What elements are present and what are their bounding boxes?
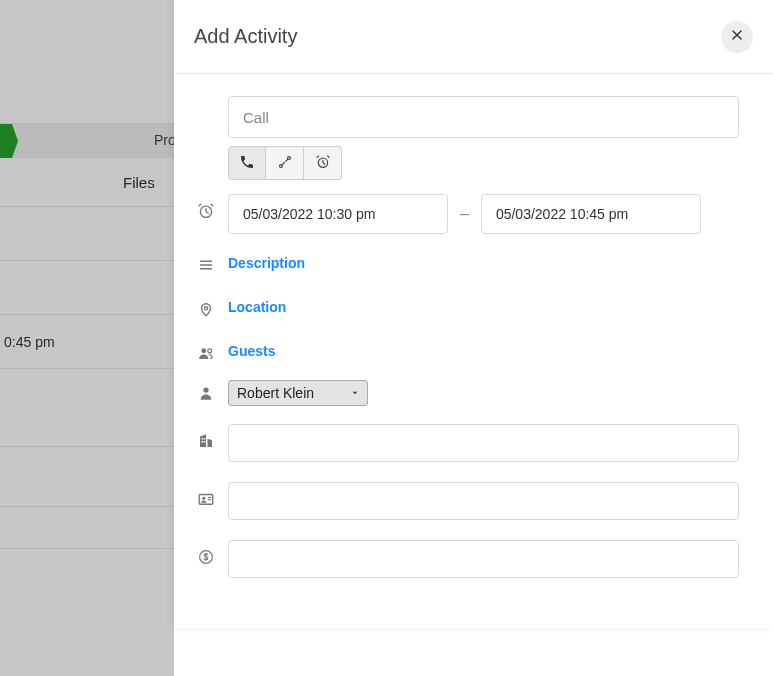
bg-time-label: 0:45 pm (4, 334, 55, 350)
list-icon (184, 248, 228, 274)
description-link[interactable]: Description (228, 255, 305, 271)
owner-row: Robert Klein (184, 380, 739, 406)
organization-input[interactable] (228, 424, 739, 462)
pin-icon (184, 292, 228, 318)
guests-row: Guests (184, 336, 739, 366)
page-root: Pro Files 0:45 pm Add Activity (0, 0, 773, 676)
activity-name-row (184, 96, 739, 180)
date-separator: – (460, 205, 469, 223)
stage-done-indicator (0, 124, 18, 158)
activity-name-input[interactable] (228, 96, 739, 138)
building-icon (184, 424, 228, 450)
date-row: – (184, 194, 739, 234)
activity-type-meeting[interactable] (266, 146, 304, 180)
panel-header: Add Activity (174, 0, 773, 74)
svg-point-10 (201, 348, 206, 353)
description-row: Description (184, 248, 739, 278)
svg-rect-13 (202, 438, 204, 440)
svg-point-12 (203, 387, 208, 392)
alarm-icon (315, 154, 331, 173)
location-link[interactable]: Location (228, 299, 286, 315)
svg-rect-14 (202, 441, 204, 443)
svg-rect-15 (204, 438, 206, 440)
end-datetime-input[interactable] (481, 194, 701, 234)
owner-content: Robert Klein (228, 380, 739, 406)
bg-stage-label: Pro (154, 132, 176, 148)
contact-row (184, 482, 739, 520)
card-icon (184, 482, 228, 508)
person-icon (184, 380, 228, 402)
add-activity-panel: Add Activity (174, 0, 773, 628)
svg-rect-16 (204, 441, 206, 443)
deal-row (184, 540, 739, 578)
location-row: Location (184, 292, 739, 322)
owner-select[interactable]: Robert Klein (228, 380, 368, 406)
panel-body: – Description Location (174, 74, 773, 606)
row-icon-spacer (184, 96, 228, 104)
svg-point-11 (208, 349, 212, 353)
activity-type-call[interactable] (228, 146, 266, 180)
guests-link[interactable]: Guests (228, 343, 275, 359)
deal-input[interactable] (228, 540, 739, 578)
route-icon (277, 154, 293, 173)
dollar-icon (184, 540, 228, 566)
svg-point-18 (202, 497, 205, 500)
clock-icon (184, 194, 228, 220)
activity-type-buttons (228, 146, 739, 180)
start-datetime-input[interactable] (228, 194, 448, 234)
activity-name-content (228, 96, 739, 180)
tab-files[interactable]: Files (123, 174, 155, 191)
owner-select-wrap: Robert Klein (228, 380, 368, 406)
organization-row (184, 424, 739, 462)
close-button[interactable] (721, 21, 753, 53)
svg-point-9 (204, 307, 207, 310)
activity-type-task[interactable] (304, 146, 342, 180)
people-icon (184, 336, 228, 362)
panel-title: Add Activity (194, 25, 297, 48)
close-icon (730, 28, 744, 45)
date-content: – (228, 194, 739, 234)
contact-input[interactable] (228, 482, 739, 520)
phone-icon (239, 154, 255, 173)
